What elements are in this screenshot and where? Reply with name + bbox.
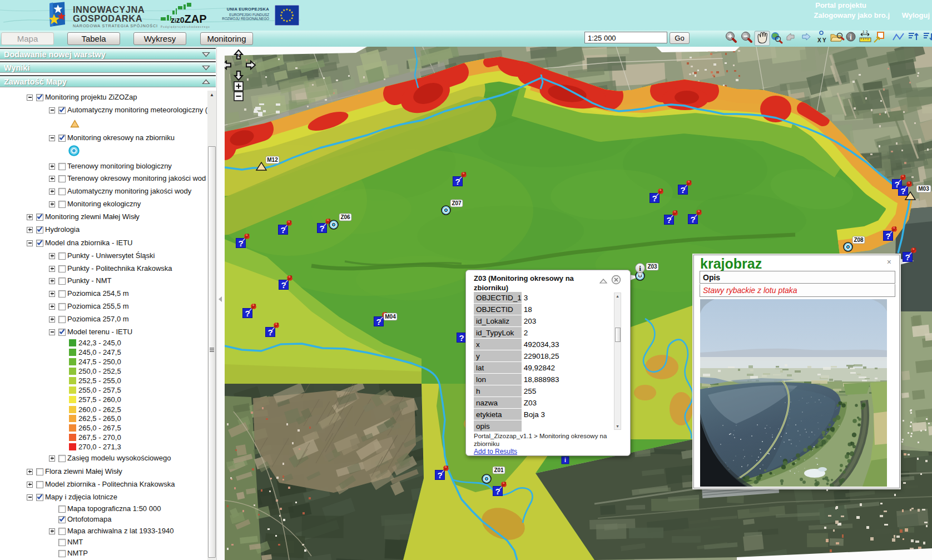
svg-text:?: ? xyxy=(280,225,285,235)
svg-text:?: ? xyxy=(245,309,250,318)
svg-text:?: ? xyxy=(652,194,657,203)
svg-text:?: ? xyxy=(905,252,910,262)
svg-text:i: i xyxy=(639,264,641,272)
svg-text:X: X xyxy=(817,37,821,43)
svg-text:1 2: 1 2 xyxy=(862,31,868,34)
svg-text:?: ? xyxy=(319,224,324,233)
svg-text:Z01: Z01 xyxy=(494,467,504,473)
svg-text:?: ? xyxy=(267,328,272,337)
svg-text:Z06: Z06 xyxy=(340,214,350,220)
svg-text:Z03: Z03 xyxy=(647,264,657,270)
svg-text:?: ? xyxy=(690,215,695,224)
svg-text:?: ? xyxy=(666,215,671,225)
svg-text:Y: Y xyxy=(822,37,826,43)
svg-text:?: ? xyxy=(885,231,890,241)
svg-text:?: ? xyxy=(495,487,500,496)
svg-text:Z07: Z07 xyxy=(452,200,462,206)
svg-text:?: ? xyxy=(680,185,685,195)
svg-text:?: ? xyxy=(376,317,381,326)
svg-text:?: ? xyxy=(281,280,286,290)
svg-text:N: N xyxy=(237,53,240,58)
svg-text:?: ? xyxy=(900,186,905,196)
svg-text:?: ? xyxy=(437,470,442,480)
svg-text:M03: M03 xyxy=(918,186,929,192)
svg-text:M12: M12 xyxy=(267,157,278,163)
svg-text:?: ? xyxy=(238,239,243,248)
svg-text:i: i xyxy=(564,457,566,463)
svg-text:?: ? xyxy=(459,333,464,343)
svg-text:M04: M04 xyxy=(385,314,396,320)
svg-text:?: ? xyxy=(455,177,460,186)
svg-text:Z08: Z08 xyxy=(854,237,864,243)
